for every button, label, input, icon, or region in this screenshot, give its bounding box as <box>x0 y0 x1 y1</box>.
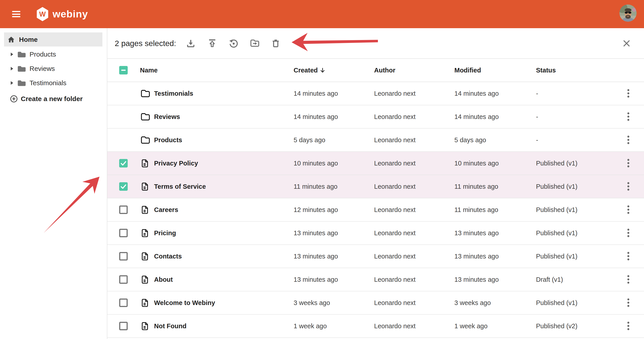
kebab-menu-icon[interactable] <box>624 250 632 262</box>
kebab-menu-icon[interactable] <box>624 134 632 146</box>
row-modified: 3 weeks ago <box>454 299 536 306</box>
kebab-menu-icon[interactable] <box>624 227 632 239</box>
table-row[interactable]: Terms of Service 11 minutes ago Leonardo… <box>107 175 644 198</box>
row-status: Published (v2) <box>536 322 613 330</box>
row-checkbox[interactable] <box>119 182 128 191</box>
publish-icon[interactable] <box>207 38 218 49</box>
column-header-author[interactable]: Author <box>374 67 454 74</box>
row-checkbox[interactable] <box>119 252 128 260</box>
table-row[interactable]: Privacy Policy 10 minutes ago Leonardo n… <box>107 152 644 175</box>
sort-desc-arrow-icon <box>320 67 326 73</box>
row-name: Reviews <box>154 113 180 120</box>
selection-count-text: 2 pages selected: <box>115 28 176 58</box>
table-row[interactable]: Reviews 14 minutes ago Leonardo next 14 … <box>107 105 644 128</box>
sidebar-folder-list: Products Reviews Testimonials <box>0 47 107 90</box>
row-status: Published (v1) <box>536 160 613 167</box>
row-name: Contacts <box>154 253 182 260</box>
row-checkbox[interactable] <box>119 322 128 330</box>
caret-right-icon[interactable] <box>10 67 14 71</box>
row-modified: 13 minutes ago <box>454 253 536 260</box>
row-checkbox[interactable] <box>119 159 128 168</box>
sidebar-folder-label: Products <box>30 50 56 58</box>
row-name: Careers <box>154 206 178 214</box>
row-created: 13 minutes ago <box>294 230 374 237</box>
folder-icon <box>140 112 150 122</box>
table-row[interactable]: Not Found 1 week ago Leonardo next 1 wee… <box>107 315 644 338</box>
plus-circle-icon <box>10 95 18 103</box>
table-row[interactable]: About 13 minutes ago Leonardo next 13 mi… <box>107 268 644 291</box>
row-created: 14 minutes ago <box>294 90 374 97</box>
move-to-folder-icon[interactable] <box>249 38 260 49</box>
home-icon <box>8 36 15 44</box>
row-checkbox[interactable] <box>119 229 128 237</box>
page-icon <box>140 158 150 168</box>
kebab-menu-icon[interactable] <box>624 111 632 122</box>
kebab-menu-icon[interactable] <box>624 181 632 192</box>
row-modified: 11 minutes ago <box>454 206 536 214</box>
caret-right-icon[interactable] <box>10 52 14 56</box>
row-name: Not Found <box>154 322 186 330</box>
sidebar-home-label: Home <box>19 36 38 44</box>
column-header-status[interactable]: Status <box>536 67 613 74</box>
sidebar-folder-item[interactable]: Testimonials <box>0 76 107 90</box>
folder-icon <box>17 80 26 86</box>
sidebar-folder-label: Testimonials <box>30 79 66 87</box>
kebab-menu-icon[interactable] <box>624 274 632 285</box>
row-name: Welcome to Webiny <box>154 299 215 306</box>
page-list-panel: 2 pages selected: <box>107 28 644 339</box>
page-icon <box>140 274 150 284</box>
restore-icon[interactable] <box>228 38 239 49</box>
hamburger-menu-icon[interactable] <box>12 11 20 17</box>
user-avatar[interactable] <box>620 4 636 22</box>
sidebar-folder-item[interactable]: Products <box>0 47 107 62</box>
page-icon <box>140 228 150 238</box>
page-icon <box>140 321 150 331</box>
close-icon[interactable] <box>623 40 630 47</box>
sidebar-item-home[interactable]: Home <box>4 32 102 46</box>
row-modified: 10 minutes ago <box>454 160 536 167</box>
column-header-created-label: Created <box>294 67 318 74</box>
table-row[interactable]: Pricing 13 minutes ago Leonardo next 13 … <box>107 222 644 245</box>
page-icon <box>140 205 150 215</box>
table-row[interactable]: Contacts 13 minutes ago Leonardo next 13… <box>107 245 644 268</box>
download-icon[interactable] <box>185 38 196 49</box>
row-author: Leonardo next <box>374 322 454 330</box>
row-author: Leonardo next <box>374 183 454 190</box>
row-author: Leonardo next <box>374 136 454 144</box>
row-author: Leonardo next <box>374 299 454 306</box>
page-icon <box>140 182 150 192</box>
webiny-logo-icon: W <box>36 7 48 22</box>
kebab-menu-icon[interactable] <box>624 297 632 308</box>
row-status: Published (v1) <box>536 253 613 260</box>
row-checkbox[interactable] <box>119 206 128 214</box>
kebab-menu-icon[interactable] <box>624 320 632 332</box>
sidebar-folder-item[interactable]: Reviews <box>0 62 107 76</box>
row-status: Published (v1) <box>536 299 613 306</box>
row-name: Terms of Service <box>154 183 206 190</box>
column-header-modified[interactable]: Modified <box>454 67 536 74</box>
kebab-menu-icon[interactable] <box>624 204 632 216</box>
row-status: - <box>536 90 613 97</box>
kebab-menu-icon[interactable] <box>624 158 632 169</box>
table-row[interactable]: Testimonials 14 minutes ago Leonardo nex… <box>107 82 644 105</box>
column-header-name[interactable]: Name <box>136 67 294 74</box>
row-author: Leonardo next <box>374 253 454 260</box>
table-row[interactable]: Careers 12 minutes ago Leonardo next 11 … <box>107 198 644 222</box>
row-created: 12 minutes ago <box>294 206 374 214</box>
table-header: Name Created Author Modified Status <box>107 59 644 82</box>
svg-text:W: W <box>39 10 46 18</box>
folder-icon <box>140 88 150 98</box>
row-checkbox[interactable] <box>119 275 128 284</box>
row-name: About <box>154 276 173 283</box>
column-header-created[interactable]: Created <box>294 67 374 74</box>
caret-right-icon[interactable] <box>10 81 14 85</box>
row-checkbox[interactable] <box>119 298 128 307</box>
create-folder-button[interactable]: Create a new folder <box>0 95 107 103</box>
row-created: 3 weeks ago <box>294 299 374 306</box>
row-author: Leonardo next <box>374 206 454 214</box>
select-all-checkbox[interactable] <box>119 66 128 74</box>
table-row[interactable]: Welcome to Webiny 3 weeks ago Leonardo n… <box>107 291 644 315</box>
table-row[interactable]: Products 5 days ago Leonardo next 5 days… <box>107 128 644 152</box>
kebab-menu-icon[interactable] <box>624 88 632 99</box>
delete-icon[interactable] <box>270 38 281 49</box>
